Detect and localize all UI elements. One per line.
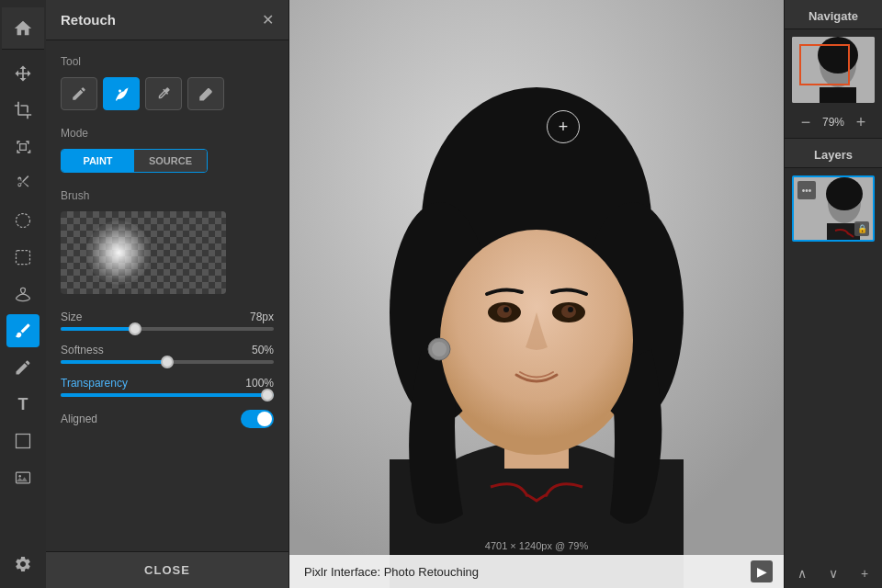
size-slider-row: Size 78px (61, 311, 274, 323)
svg-rect-2 (17, 251, 30, 265)
softness-slider-track[interactable] (61, 360, 274, 364)
retouch-icon (14, 322, 32, 340)
panel-close-button[interactable]: ✕ (262, 11, 274, 28)
tool-image[interactable] (6, 461, 40, 494)
transparency-slider-track[interactable] (61, 393, 274, 397)
mode-source-btn[interactable]: SOURCE (134, 150, 207, 172)
svg-point-23 (432, 342, 447, 356)
softness-slider-thumb[interactable] (161, 356, 174, 368)
home-icon (13, 18, 33, 39)
crop-icon (14, 101, 32, 119)
size-slider-fill (61, 327, 135, 331)
svg-rect-3 (17, 435, 30, 448)
softness-slider-row: Softness 50% (61, 344, 274, 356)
right-bottom-controls: ∧ ∨ + (785, 559, 882, 588)
nav-next-button[interactable]: ∨ (823, 566, 843, 581)
tool-heal-btn[interactable] (103, 77, 140, 110)
tool-section-label: Tool (61, 55, 274, 68)
panel-header: Retouch ✕ (46, 0, 288, 40)
tool-button-group (61, 77, 274, 110)
cursor-plus-icon: + (559, 118, 569, 137)
status-arrow-button[interactable]: ▶ (751, 560, 773, 582)
heal-icon (113, 85, 130, 102)
zoom-out-button[interactable]: − (797, 114, 815, 130)
right-spacer (785, 249, 882, 559)
tool-retouch[interactable] (6, 314, 40, 347)
layers-header: Layers (785, 139, 882, 168)
close-panel-button[interactable]: CLOSE (46, 551, 288, 588)
scissors-icon (14, 175, 32, 193)
tool-eraser-btn[interactable] (187, 77, 224, 110)
mode-section-label: Mode (61, 127, 274, 140)
right-nav-row: ∧ ∨ + (792, 566, 875, 581)
image-info: 4701 × 1240px @ 79% (485, 540, 588, 551)
brush-preview (61, 211, 226, 294)
softness-value: 50% (252, 344, 274, 356)
size-slider-track[interactable] (61, 327, 274, 331)
zoom-value: 79% (822, 116, 844, 129)
layer-menu-icon[interactable]: ••• (797, 181, 816, 199)
navigate-thumbnail (792, 37, 875, 103)
transparency-value: 100% (245, 377, 274, 390)
toggle-knob (257, 412, 272, 426)
nav-prev-button[interactable]: ∧ (792, 566, 812, 581)
tool-pencil-btn[interactable] (61, 77, 97, 110)
main-canvas: + 4701 × 1240px @ 79% Pixlr Interface: P… (289, 0, 784, 588)
nav-zoom-row: − 79% + (785, 110, 882, 139)
tool-text[interactable]: T (6, 388, 40, 421)
transparency-slider-fill (61, 393, 274, 397)
softness-slider-fill (61, 360, 167, 364)
tool-shape[interactable] (6, 424, 40, 458)
tool-move[interactable] (6, 57, 40, 90)
svg-point-1 (17, 214, 30, 228)
size-value: 78px (250, 311, 274, 323)
settings-icon (14, 555, 32, 573)
tool-magic-select[interactable] (6, 241, 40, 274)
retouch-panel: Retouch ✕ Tool Mode PAINT SOURCE Brus (46, 0, 289, 588)
aligned-row: Aligned (61, 410, 274, 428)
tool-crop[interactable] (6, 94, 40, 127)
brush-glow (86, 220, 151, 285)
tool-circle-select[interactable] (6, 204, 40, 237)
svg-point-30 (826, 177, 863, 210)
transform-icon (14, 138, 32, 156)
zoom-in-button[interactable]: + (852, 114, 870, 130)
settings-button[interactable] (6, 548, 40, 581)
dropper-icon (155, 85, 172, 102)
home-button[interactable] (2, 7, 44, 50)
transparency-slider-thumb[interactable] (261, 389, 274, 401)
nav-viewport-rect (799, 44, 850, 85)
add-layer-button[interactable]: + (854, 566, 875, 581)
left-toolbar: T (0, 0, 46, 588)
softness-label: Softness (61, 344, 104, 356)
portrait-svg (289, 0, 784, 588)
liquify-icon (14, 285, 32, 303)
tool-dropper-btn[interactable] (145, 77, 182, 110)
canvas-background (289, 0, 784, 588)
text-tool-label: T (18, 395, 28, 414)
layer-thumbnail[interactable]: ••• 🔒 (792, 175, 875, 242)
right-panel: Navigate − 79% + Layers ••• (784, 0, 882, 588)
transparency-slider-row: Transparency 100% (61, 377, 274, 390)
tool-transform[interactable] (6, 130, 40, 164)
status-text: Pixlr Interface: Photo Retouching (304, 565, 479, 579)
svg-point-5 (18, 475, 21, 478)
size-label: Size (61, 311, 82, 323)
panel-title: Retouch (61, 12, 116, 28)
layer-lock-icon: 🔒 (854, 221, 869, 236)
tool-clone[interactable] (6, 351, 40, 384)
aligned-toggle[interactable] (241, 410, 274, 428)
svg-rect-0 (20, 144, 27, 151)
tool-liquify[interactable] (6, 277, 40, 311)
mode-paint-btn[interactable]: PAINT (62, 150, 134, 172)
size-slider-thumb[interactable] (129, 322, 141, 335)
navigate-header: Navigate (785, 0, 882, 29)
move-icon (14, 64, 32, 83)
status-arrow-icon: ▶ (757, 564, 767, 579)
eraser-icon (198, 85, 214, 102)
mode-button-group: PAINT SOURCE (61, 149, 208, 173)
tool-scissors[interactable] (6, 167, 40, 200)
aligned-label: Aligned (61, 413, 97, 425)
transparency-label: Transparency (61, 377, 128, 390)
svg-rect-27 (820, 87, 856, 103)
